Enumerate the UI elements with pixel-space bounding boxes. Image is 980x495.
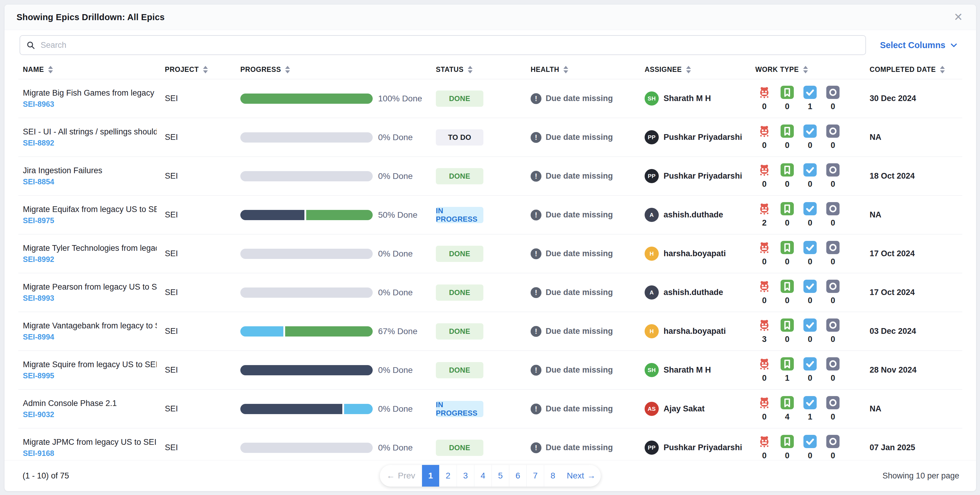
column-header-work-type[interactable]: WORK TYPE <box>751 65 865 74</box>
status-badge: DONE <box>436 91 484 107</box>
health-cell: ! Due date missing <box>526 404 640 414</box>
name-cell: Migrate Vantagebank from legacy to SEI o… <box>18 321 160 341</box>
bug-count: 0 <box>762 180 767 189</box>
story-count: 0 <box>785 180 789 189</box>
name-cell: Migrate JPMC from legacy US to SEI on Ha… <box>18 438 160 458</box>
page-button-6[interactable]: 6 <box>509 465 527 487</box>
work-type-task: 0 <box>801 318 819 344</box>
column-header-progress[interactable]: PROGRESS <box>236 65 431 74</box>
sort-icon <box>803 66 808 73</box>
work-type-bug: 0 <box>755 124 773 150</box>
name-cell: SEI - UI - All strings / spellings shoul… <box>18 127 160 147</box>
select-columns-button[interactable]: Select Columns <box>878 40 960 51</box>
assignee-name: Pushkar Priyadarshi <box>663 172 742 181</box>
column-header-health[interactable]: HEALTH <box>526 65 640 74</box>
work-type-story: 4 <box>778 396 796 422</box>
progress-bar <box>240 171 373 181</box>
work-type-story: 0 <box>778 435 796 460</box>
chevron-down-icon <box>950 41 958 49</box>
work-type-cell: 0 0 0 <box>751 435 865 460</box>
prev-button[interactable]: ← Prev <box>380 465 422 487</box>
sort-icon <box>203 66 208 73</box>
epic-id-link[interactable]: SEI-8892 <box>23 138 54 147</box>
column-header-assignee[interactable]: ASSIGNEE <box>640 65 751 74</box>
assignee-cell: SH Sharath M H <box>640 363 751 377</box>
project-cell: SEI <box>160 133 236 142</box>
page-button-7[interactable]: 7 <box>527 465 544 487</box>
column-header-project[interactable]: PROJECT <box>160 65 236 74</box>
search-input[interactable] <box>40 40 859 50</box>
epic-name: Migrate Tyler Technologies from legacy U… <box>23 244 157 253</box>
assignee-name: Sharath M H <box>663 94 711 103</box>
project-cell: SEI <box>160 288 236 297</box>
page-button-3[interactable]: 3 <box>457 465 474 487</box>
bug-icon <box>758 124 771 138</box>
column-header-completed-date[interactable]: COMPLETED DATE <box>865 65 962 74</box>
epic-icon <box>826 357 840 371</box>
progress-bar <box>240 288 373 298</box>
status-badge: DONE <box>436 285 484 301</box>
epic-icon <box>826 396 840 409</box>
epic-id-link[interactable]: SEI-9168 <box>23 449 54 458</box>
assignee-cell: PP Pushkar Priyadarshi <box>640 130 751 144</box>
task-count: 0 <box>808 141 812 150</box>
status-cell: DONE <box>431 285 526 301</box>
page-button-2[interactable]: 2 <box>439 465 457 487</box>
progress-bar <box>240 442 373 453</box>
per-page-label: Showing 10 per page <box>883 471 959 481</box>
work-type-task: 0 <box>801 280 819 305</box>
assignee-name: harsha.boyapati <box>663 249 726 258</box>
story-count: 0 <box>785 451 789 460</box>
work-type-task: 0 <box>801 357 819 383</box>
health-cell: ! Due date missing <box>526 171 640 181</box>
work-type-cell: 3 0 0 <box>751 318 865 344</box>
status-cell: DONE <box>431 362 526 378</box>
status-badge: DONE <box>436 168 484 185</box>
alert-icon: ! <box>531 93 541 104</box>
epic-id-link[interactable]: SEI-8963 <box>23 100 54 108</box>
epic-id-link[interactable]: SEI-8975 <box>23 216 54 225</box>
column-header-status[interactable]: STATUS <box>431 65 526 74</box>
health-cell: ! Due date missing <box>526 248 640 259</box>
column-header-name[interactable]: NAME <box>18 65 160 74</box>
status-cell: DONE <box>431 246 526 262</box>
status-cell: DONE <box>431 91 526 107</box>
health-cell: ! Due date missing <box>526 365 640 376</box>
epic-id-link[interactable]: SEI-9032 <box>23 410 54 419</box>
epic-icon <box>826 124 840 138</box>
close-icon[interactable]: ✕ <box>951 11 966 24</box>
table-row: Jira Ingestion Failures SEI-8854 SEI 0% … <box>18 156 962 195</box>
epic-id-link[interactable]: SEI-8993 <box>23 294 54 302</box>
page-button-5[interactable]: 5 <box>492 465 509 487</box>
work-type-cell: 0 0 0 <box>751 163 865 189</box>
assignee-name: harsha.boyapati <box>663 326 726 336</box>
task-count: 0 <box>808 180 812 189</box>
task-count: 0 <box>808 335 812 344</box>
project-cell: SEI <box>160 94 236 103</box>
task-count: 1 <box>808 102 812 111</box>
page-button-4[interactable]: 4 <box>474 465 492 487</box>
page-button-8[interactable]: 8 <box>544 465 562 487</box>
task-icon <box>803 280 817 293</box>
work-type-epic: 0 <box>824 241 842 266</box>
work-type-story: 0 <box>778 86 796 111</box>
health-label: Due date missing <box>546 404 613 414</box>
completed-date: 07 Jan 2025 <box>865 443 962 452</box>
epic-id-link[interactable]: SEI-8994 <box>23 333 54 341</box>
work-type-task: 0 <box>801 435 819 460</box>
epic-id-link[interactable]: SEI-8854 <box>23 177 54 186</box>
epic-count: 0 <box>830 257 835 266</box>
assignee-cell: SH Sharath M H <box>640 91 751 105</box>
project-cell: SEI <box>160 249 236 258</box>
assignee-cell: H harsha.boyapati <box>640 324 751 338</box>
epic-id-link[interactable]: SEI-8992 <box>23 255 54 264</box>
progress-label: 0% Done <box>378 404 413 414</box>
page-button-1[interactable]: 1 <box>422 465 439 487</box>
epic-count: 0 <box>830 102 835 111</box>
story-icon <box>781 202 794 215</box>
epic-count: 0 <box>830 180 835 189</box>
next-button[interactable]: Next → <box>562 465 601 487</box>
bug-count: 0 <box>762 141 767 150</box>
task-icon <box>803 124 817 138</box>
epic-id-link[interactable]: SEI-8995 <box>23 371 54 380</box>
